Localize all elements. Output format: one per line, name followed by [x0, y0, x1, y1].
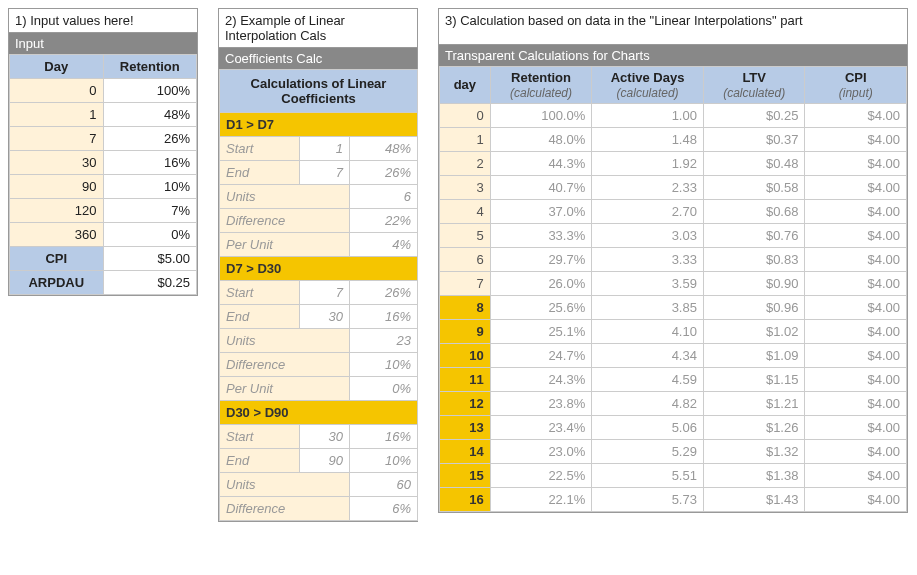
- calc-cpi-cell: $4.00: [805, 247, 907, 271]
- input-day-cell[interactable]: 90: [10, 175, 104, 199]
- input-day-cell[interactable]: 120: [10, 199, 104, 223]
- coef-row-value: 4%: [350, 233, 418, 257]
- coef-range-label: D30 > D90: [220, 401, 418, 425]
- coef-row-label: Units: [220, 185, 350, 209]
- input-retention-cell[interactable]: 7%: [103, 199, 197, 223]
- calc-retention-cell: 48.0%: [490, 127, 592, 151]
- calc-cpi-cell: $4.00: [805, 367, 907, 391]
- input-retention-cell[interactable]: 48%: [103, 103, 197, 127]
- input-day-cell[interactable]: 7: [10, 127, 104, 151]
- coef-row-value: 10%: [350, 353, 418, 377]
- calc-active-cell: 1.00: [592, 103, 704, 127]
- arpdau-value[interactable]: $0.25: [103, 271, 197, 295]
- panel-input: 1) Input values here! Input Day Retentio…: [8, 8, 198, 296]
- coef-row-label: End: [220, 305, 300, 329]
- calc-active-cell: 3.85: [592, 295, 704, 319]
- calc-ltv-cell: $0.90: [703, 271, 805, 295]
- calc-day-cell: 0: [440, 103, 491, 127]
- input-retention-cell[interactable]: 16%: [103, 151, 197, 175]
- coef-row-value: 22%: [350, 209, 418, 233]
- calc-retention-cell: 100.0%: [490, 103, 592, 127]
- calc-cpi-cell: $4.00: [805, 415, 907, 439]
- panel-calc-section: Transparent Calculations for Charts: [439, 45, 907, 66]
- coef-row-num: 7: [300, 161, 350, 185]
- calc-ltv-cell: $0.76: [703, 223, 805, 247]
- coef-data-row: End726%: [220, 161, 418, 185]
- coef-row-pct: 10%: [350, 449, 418, 473]
- calc-day-cell: 6: [440, 247, 491, 271]
- calc-active-cell: 3.59: [592, 271, 704, 295]
- calc-retention-cell: 24.7%: [490, 343, 592, 367]
- calc-cpi-cell: $4.00: [805, 223, 907, 247]
- calc-day-cell: 5: [440, 223, 491, 247]
- input-day-cell[interactable]: 30: [10, 151, 104, 175]
- cpi-label: CPI: [10, 247, 104, 271]
- coef-row-label: Start: [220, 137, 300, 161]
- calc-active-cell: 5.29: [592, 439, 704, 463]
- calc-row: 1223.8%4.82$1.21$4.00: [440, 391, 907, 415]
- calc-retention-cell: 23.4%: [490, 415, 592, 439]
- input-row: 148%: [10, 103, 197, 127]
- coef-row-label: Difference: [220, 209, 350, 233]
- coef-data-row: Start148%: [220, 137, 418, 161]
- calc-active-cell: 1.48: [592, 127, 704, 151]
- coef-row-label: Start: [220, 281, 300, 305]
- coef-row-value: 23: [350, 329, 418, 353]
- calc-day-cell: 11: [440, 367, 491, 391]
- calc-active-cell: 5.51: [592, 463, 704, 487]
- coef-data-row: Start3016%: [220, 425, 418, 449]
- cpi-value[interactable]: $5.00: [103, 247, 197, 271]
- coef-row-label: End: [220, 449, 300, 473]
- input-retention-cell[interactable]: 10%: [103, 175, 197, 199]
- calc-retention-cell: 26.0%: [490, 271, 592, 295]
- calc-row: 148.0%1.48$0.37$4.00: [440, 127, 907, 151]
- calc-retention-cell: 29.7%: [490, 247, 592, 271]
- coef-range-row: D30 > D90: [220, 401, 418, 425]
- coef-data-row: Difference22%: [220, 209, 418, 233]
- calc-cpi-cell: $4.00: [805, 487, 907, 511]
- calc-cpi-cell: $4.00: [805, 151, 907, 175]
- calc-header-day: day: [440, 67, 491, 104]
- layout-container: 1) Input values here! Input Day Retentio…: [8, 8, 909, 522]
- calc-day-cell: 3: [440, 175, 491, 199]
- calc-ltv-cell: $1.21: [703, 391, 805, 415]
- calculations-table: day Retention(calculated) Active Days(ca…: [439, 66, 907, 512]
- coef-row-pct: 26%: [350, 281, 418, 305]
- calc-active-cell: 2.33: [592, 175, 704, 199]
- coef-data-row: Per Unit0%: [220, 377, 418, 401]
- coef-range-row: D1 > D7: [220, 113, 418, 137]
- calc-active-cell: 4.59: [592, 367, 704, 391]
- coef-range-label: D7 > D30: [220, 257, 418, 281]
- calc-ltv-cell: $1.09: [703, 343, 805, 367]
- calc-ltv-cell: $0.37: [703, 127, 805, 151]
- panel-coefficients: 2) Example of Linear Interpolation Cals …: [218, 8, 418, 522]
- input-row: 0100%: [10, 79, 197, 103]
- input-day-cell[interactable]: 360: [10, 223, 104, 247]
- calc-ltv-cell: $1.43: [703, 487, 805, 511]
- calc-ltv-cell: $0.48: [703, 151, 805, 175]
- calc-active-cell: 4.82: [592, 391, 704, 415]
- calc-row: 726.0%3.59$0.90$4.00: [440, 271, 907, 295]
- input-retention-cell[interactable]: 26%: [103, 127, 197, 151]
- calc-row: 0100.0%1.00$0.25$4.00: [440, 103, 907, 127]
- calc-cpi-cell: $4.00: [805, 103, 907, 127]
- calc-row: 340.7%2.33$0.58$4.00: [440, 175, 907, 199]
- calc-retention-cell: 23.8%: [490, 391, 592, 415]
- calc-day-cell: 4: [440, 199, 491, 223]
- calc-retention-cell: 25.6%: [490, 295, 592, 319]
- input-day-cell[interactable]: 1: [10, 103, 104, 127]
- input-day-cell[interactable]: 0: [10, 79, 104, 103]
- input-retention-cell[interactable]: 0%: [103, 223, 197, 247]
- input-retention-cell[interactable]: 100%: [103, 79, 197, 103]
- calc-day-cell: 12: [440, 391, 491, 415]
- calc-cpi-cell: $4.00: [805, 127, 907, 151]
- coef-data-row: End3016%: [220, 305, 418, 329]
- coef-data-row: Units23: [220, 329, 418, 353]
- calc-active-cell: 5.73: [592, 487, 704, 511]
- coef-row-pct: 26%: [350, 161, 418, 185]
- input-row: 9010%: [10, 175, 197, 199]
- calc-ltv-cell: $0.25: [703, 103, 805, 127]
- calc-header-ltv: LTV(calculated): [703, 67, 805, 104]
- calc-day-cell: 9: [440, 319, 491, 343]
- calc-ltv-cell: $1.02: [703, 319, 805, 343]
